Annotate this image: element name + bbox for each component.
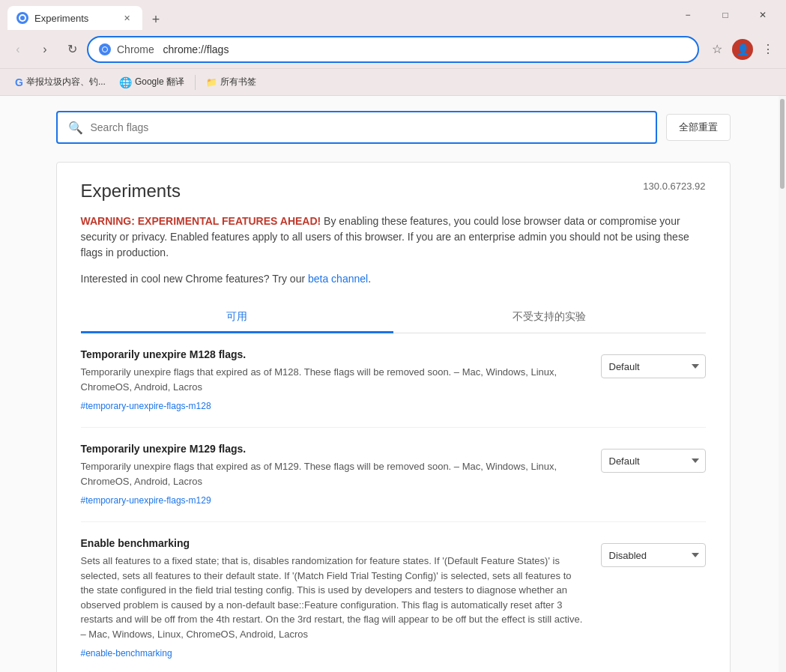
translate-icon: 🌐	[119, 76, 132, 88]
all-bookmarks-folder[interactable]: 📁 所有书签	[200, 73, 262, 91]
navbar: ‹ › ↻ Chrome chrome://flags ☆ 👤 ⋮	[0, 30, 786, 69]
search-area: 🔍 全部重置	[56, 111, 731, 144]
nav-actions: ☆ 👤 ⋮	[705, 37, 780, 61]
search-icon: 🔍	[68, 121, 83, 135]
page-title: Experiments	[81, 181, 181, 202]
address-favicon-icon	[99, 43, 111, 55]
flag-control-m129: DefaultEnabledDisabled	[601, 443, 706, 506]
browser-tab[interactable]: Experiments ✕	[7, 6, 142, 30]
beta-channel-link[interactable]: beta channel	[308, 273, 368, 285]
bookmark-item-translate[interactable]: 🌐 Google 翻译	[113, 73, 190, 91]
flag-link-m129[interactable]: #temporary-unexpire-flags-m129	[81, 495, 211, 506]
flag-info-m129: Temporarily unexpire M129 flags. Tempora…	[81, 443, 586, 506]
flag-desc-m129: Temporarily unexpire flags that expired …	[81, 459, 586, 488]
flag-item-benchmarking: Enable benchmarking Sets all features to…	[81, 522, 706, 672]
search-input[interactable]	[91, 121, 645, 133]
bookmark-button[interactable]: ☆	[705, 37, 729, 61]
folder-icon: 📁	[206, 77, 217, 88]
tab-bar: Experiments ✕ +	[0, 0, 166, 30]
scrollbar-thumb[interactable]	[780, 99, 785, 189]
page-header: Experiments 130.0.6723.92	[81, 181, 706, 202]
bookmarks-bar: G 举报垃圾内容、钓... 🌐 Google 翻译 📁 所有书签	[0, 69, 786, 96]
close-button[interactable]: ✕	[746, 3, 780, 27]
bookmarks-separator	[195, 75, 196, 90]
flag-link-m128[interactable]: #temporary-unexpire-flags-m128	[81, 401, 211, 411]
reload-button[interactable]: ↻	[60, 37, 84, 61]
search-box[interactable]: 🔍	[56, 111, 657, 144]
minimize-button[interactable]: −	[671, 3, 705, 27]
url-scheme: Chrome	[117, 43, 154, 55]
flag-link-benchmarking[interactable]: #enable-benchmarking	[81, 648, 172, 659]
flag-desc-m128: Temporarily unexpire flags that expired …	[81, 365, 586, 394]
address-url: Chrome chrome://flags	[117, 43, 229, 55]
flag-info-benchmarking: Enable benchmarking Sets all features to…	[81, 537, 586, 659]
version-text: 130.0.6723.92	[643, 181, 705, 192]
bookmark-label-spam: 举报垃圾内容、钓...	[26, 76, 106, 88]
bookmark-label-translate: Google 翻译	[135, 76, 184, 88]
flag-title-m129: Temporarily unexpire M129 flags.	[81, 443, 586, 455]
more-menu-button[interactable]: ⋮	[756, 37, 780, 61]
flags-list: Temporarily unexpire M128 flags. Tempora…	[81, 333, 706, 672]
flag-item-m128: Temporarily unexpire M128 flags. Tempora…	[81, 333, 706, 428]
maximize-button[interactable]: □	[708, 3, 743, 27]
tab-title: Experiments	[34, 13, 88, 24]
tab-available[interactable]: 可用	[81, 303, 393, 333]
beta-text: Interested in cool new Chrome features? …	[81, 273, 706, 285]
reset-button[interactable]: 全部重置	[666, 114, 731, 141]
flag-title-m128: Temporarily unexpire M128 flags.	[81, 348, 586, 360]
flag-select-m129[interactable]: DefaultEnabledDisabled	[601, 449, 706, 473]
warning-label: WARNING: EXPERIMENTAL FEATURES AHEAD!	[81, 215, 321, 227]
page-content: 🔍 全部重置 Experiments 130.0.6723.92 WARNING…	[0, 96, 786, 672]
address-bar[interactable]: Chrome chrome://flags	[87, 36, 699, 63]
google-icon: G	[15, 76, 23, 88]
window-controls: − □ ✕	[671, 3, 786, 27]
flag-select-m128[interactable]: DefaultEnabledDisabled	[601, 354, 706, 378]
flag-title-benchmarking: Enable benchmarking	[81, 537, 586, 549]
warning-box: WARNING: EXPERIMENTAL FEATURES AHEAD! By…	[81, 214, 706, 261]
forward-button[interactable]: ›	[33, 37, 57, 61]
tabs-container: 可用 不受支持的实验	[81, 303, 706, 333]
main-container: Experiments 130.0.6723.92 WARNING: EXPER…	[56, 162, 731, 672]
new-tab-button[interactable]: +	[145, 9, 166, 30]
scrollbar[interactable]	[779, 96, 786, 672]
profile-button[interactable]: 👤	[732, 39, 753, 60]
flag-control-m128: DefaultEnabledDisabled	[601, 348, 706, 412]
flag-item-m129: Temporarily unexpire M129 flags. Tempora…	[81, 428, 706, 522]
titlebar: Experiments ✕ + − □ ✕	[0, 0, 786, 30]
tab-unavailable[interactable]: 不受支持的实验	[393, 303, 706, 333]
flag-select-benchmarking[interactable]: DefaultEnabledDisabled	[601, 543, 706, 567]
tab-close-button[interactable]: ✕	[120, 11, 133, 25]
url-path: chrome://flags	[157, 43, 229, 55]
bookmark-item-spam[interactable]: G 举报垃圾内容、钓...	[9, 73, 112, 91]
beta-prefix: Interested in cool new Chrome features? …	[81, 273, 308, 285]
beta-suffix: .	[368, 273, 371, 285]
flag-control-benchmarking: DefaultEnabledDisabled	[601, 537, 706, 659]
tab-favicon	[16, 12, 28, 24]
back-button[interactable]: ‹	[6, 37, 30, 61]
all-bookmarks-label: 所有书签	[220, 76, 256, 88]
flag-info-m128: Temporarily unexpire M128 flags. Tempora…	[81, 348, 586, 412]
flag-desc-benchmarking: Sets all features to a fixed state; that…	[81, 554, 586, 641]
